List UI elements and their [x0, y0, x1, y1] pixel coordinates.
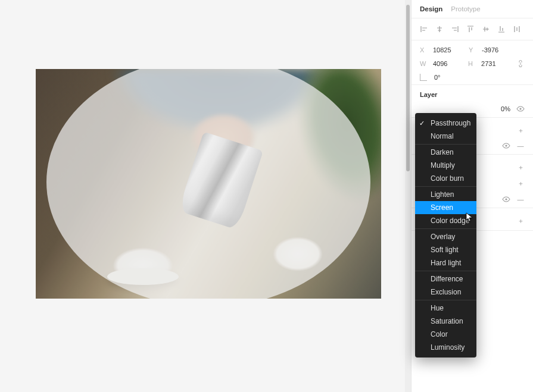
rotation-icon — [420, 74, 427, 81]
align-toolbar — [412, 18, 533, 40]
blend-mode-option[interactable]: Multiply — [415, 159, 476, 172]
check-icon: ✓ — [419, 120, 425, 127]
x-label: X — [420, 46, 428, 54]
align-top-icon[interactable] — [464, 23, 477, 35]
svg-point-0 — [519, 108, 521, 109]
rotation-value[interactable]: 0° — [434, 74, 441, 81]
transform-section: X10825 Y-3976 W4096 H2731 0° — [412, 40, 533, 85]
layer-opacity[interactable]: 0% — [501, 105, 510, 112]
canvas-scrollbar[interactable] — [405, 0, 411, 392]
panel-tabs: Design Prototype — [412, 0, 533, 18]
canvas[interactable] — [0, 0, 411, 392]
blend-mode-option[interactable]: Lighten — [415, 188, 476, 201]
y-label: Y — [469, 46, 477, 54]
align-bottom-icon[interactable] — [495, 23, 508, 35]
y-value[interactable]: -3976 — [482, 46, 498, 54]
x-value[interactable]: 10825 — [433, 46, 451, 54]
svg-point-1 — [505, 145, 507, 146]
blend-mode-option[interactable]: Hue — [415, 302, 476, 315]
tab-prototype[interactable]: Prototype — [451, 5, 480, 12]
blend-mode-option[interactable]: Color — [415, 328, 476, 341]
h-label: H — [468, 60, 476, 67]
visibility-icon[interactable] — [516, 106, 525, 112]
scrollbar-thumb[interactable] — [406, 5, 410, 171]
layer-heading: Layer — [420, 91, 525, 103]
blend-mode-option[interactable]: Saturation — [415, 315, 476, 328]
blend-mode-option[interactable]: Soft light — [415, 243, 476, 256]
mouse-cursor-icon — [466, 212, 473, 222]
add-fill-icon[interactable]: ＋ — [516, 126, 525, 135]
constrain-proportions-icon[interactable] — [516, 59, 525, 68]
placed-image — [36, 69, 381, 299]
blend-mode-option[interactable]: Passthrough✓ — [415, 117, 476, 130]
blend-mode-dropdown[interactable]: Passthrough✓NormalDarkenMultiplyColor bu… — [415, 113, 476, 357]
align-hcenter-icon[interactable] — [433, 23, 446, 35]
blend-mode-option[interactable]: Difference — [415, 272, 476, 286]
tab-design[interactable]: Design — [420, 5, 442, 12]
properties-panel: Design Prototype X10825 Y-3976 W4096 H27… — [411, 0, 533, 392]
blend-mode-option[interactable]: Luminosity — [415, 341, 476, 354]
visibility-icon[interactable] — [502, 196, 510, 202]
h-value[interactable]: 2731 — [481, 60, 495, 67]
blend-mode-option[interactable]: Hard light — [415, 256, 476, 269]
svg-point-2 — [505, 198, 507, 200]
remove-icon[interactable]: — — [516, 196, 525, 203]
remove-fill-icon[interactable]: — — [516, 142, 525, 149]
add-icon[interactable]: ＋ — [516, 179, 525, 188]
w-label: W — [420, 60, 428, 67]
blend-mode-option[interactable]: Darken — [415, 146, 476, 159]
add-effect-icon[interactable]: ＋ — [516, 217, 525, 225]
blend-mode-option[interactable]: Overlay — [415, 230, 476, 243]
align-left-icon[interactable] — [417, 23, 431, 35]
align-vcenter-icon[interactable] — [479, 23, 493, 35]
align-right-icon[interactable] — [448, 23, 462, 35]
add-stroke-icon[interactable]: ＋ — [516, 163, 525, 172]
blend-mode-option[interactable]: Color burn — [415, 172, 476, 185]
distribute-icon[interactable] — [510, 23, 523, 35]
ellipse-shape[interactable] — [46, 69, 370, 299]
blend-mode-option[interactable]: Normal — [415, 130, 476, 143]
fill-visibility-icon[interactable] — [502, 143, 510, 149]
w-value[interactable]: 4096 — [433, 60, 447, 67]
selected-frame[interactable] — [36, 69, 381, 299]
blend-mode-option[interactable]: Exclusion — [415, 286, 476, 299]
